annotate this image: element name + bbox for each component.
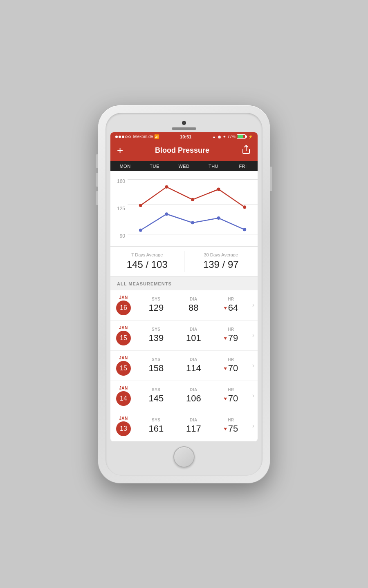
battery-pct: 77%: [227, 134, 236, 139]
hr-value: ♥70: [224, 363, 238, 374]
sys-value: 158: [148, 363, 164, 374]
nav-bar: + Blood Pressure: [110, 141, 258, 161]
chart-svg: [128, 175, 258, 241]
share-icon: [241, 145, 251, 154]
dia-col: DIA 114: [182, 357, 205, 374]
date-circle: 14: [116, 391, 131, 406]
measurement-row[interactable]: JAN 14 SYS 145 DIA 106 HR ♥70 ›: [110, 381, 258, 411]
chart-area: 160 125 90: [110, 171, 258, 246]
sys-value: 139: [148, 333, 164, 343]
sys-col: SYS 139: [145, 327, 167, 343]
section-title: ALL MEASUREMENTS: [117, 281, 172, 286]
date-circle: 16: [116, 301, 131, 315]
day-thu: THU: [199, 164, 228, 169]
day-mon: MON: [110, 164, 140, 169]
screen: Telekom.de 📶 10:51 ▲ ⏰ ✦ 77% ⚡: [110, 132, 258, 441]
charging-icon: ⚡: [248, 135, 253, 139]
status-bar: Telekom.de 📶 10:51 ▲ ⏰ ✦ 77% ⚡: [110, 132, 258, 141]
blue-dot-mon: [139, 228, 142, 232]
sys-col: SYS 145: [145, 388, 167, 404]
hr-label: HR: [228, 327, 234, 332]
measurements-list: JAN 16 SYS 129 DIA 88 HR ♥64 › JAN 15: [110, 290, 258, 441]
dia-value: 88: [188, 303, 198, 313]
y-axis-labels: 160 125 90: [110, 175, 128, 242]
signal-dot-5: [128, 136, 131, 138]
speaker: [172, 127, 196, 130]
status-right: ▲ ⏰ ✦ 77% ⚡: [212, 134, 253, 139]
hr-label: HR: [228, 357, 234, 362]
avg-30-days: 30 Days Average 139 / 97: [184, 251, 258, 272]
chevron-right-icon: ›: [252, 301, 254, 309]
day-tue: TUE: [140, 164, 169, 169]
dia-value: 101: [186, 333, 201, 343]
red-dot-wed: [191, 198, 194, 201]
measurement-row[interactable]: JAN 13 SYS 161 DIA 117 HR ♥75 ›: [110, 411, 258, 441]
measurement-row[interactable]: JAN 15 SYS 139 DIA 101 HR ♥79 ›: [110, 321, 258, 351]
battery-tip: [246, 136, 247, 138]
hr-label: HR: [228, 297, 234, 301]
heart-icon: ♥: [224, 396, 227, 401]
date-month: JAN: [119, 325, 128, 330]
share-button[interactable]: [241, 145, 251, 156]
heart-icon: ♥: [224, 335, 227, 341]
measurements-values: SYS 129 DIA 88 HR ♥64: [137, 297, 250, 313]
heart-icon: ♥: [224, 305, 227, 311]
red-dot-tue: [165, 185, 168, 188]
date-badge: JAN 13: [116, 416, 131, 436]
avg-30-value: 139 / 97: [203, 259, 239, 270]
sys-label: SYS: [152, 327, 161, 332]
day-fri: FRI: [228, 164, 258, 169]
status-left: Telekom.de 📶: [115, 134, 159, 139]
avg-7-label: 7 Days Average: [131, 252, 163, 257]
y-label-160: 160: [114, 178, 125, 184]
sys-value: 145: [148, 393, 164, 404]
phone-top: [110, 118, 258, 132]
date-circle: 15: [116, 361, 131, 376]
phone-inner: Telekom.de 📶 10:51 ▲ ⏰ ✦ 77% ⚡: [105, 113, 263, 476]
dia-col: DIA 101: [182, 327, 205, 343]
alarm-icon: ⏰: [217, 135, 222, 139]
signal-dot-1: [115, 136, 118, 138]
location-icon: ▲: [212, 135, 216, 139]
hr-col: HR ♥70: [220, 357, 242, 374]
avg-7-value: 145 / 103: [127, 259, 168, 270]
dia-label: DIA: [190, 327, 197, 332]
sys-value: 161: [148, 423, 164, 434]
measurement-row[interactable]: JAN 16 SYS 129 DIA 88 HR ♥64 ›: [110, 290, 258, 321]
hr-col: HR ♥70: [220, 388, 242, 404]
measurements-values: SYS 139 DIA 101 HR ♥79: [137, 327, 250, 343]
hr-value: ♥64: [224, 303, 238, 313]
date-badge: JAN 15: [116, 325, 131, 345]
page-title: Blood Pressure: [155, 146, 209, 155]
battery-indicator: [237, 134, 247, 139]
date-badge: JAN 14: [116, 386, 131, 406]
blue-dot-tue: [165, 212, 168, 216]
measurements-values: SYS 161 DIA 117 HR ♥75: [137, 418, 250, 434]
date-month: JAN: [119, 295, 128, 300]
phone-frame: Telekom.de 📶 10:51 ▲ ⏰ ✦ 77% ⚡: [98, 105, 270, 483]
signal-dots: [115, 136, 131, 138]
measurements-values: SYS 158 DIA 114 HR ♥70: [137, 357, 250, 374]
heart-icon: ♥: [224, 426, 227, 432]
hr-col: HR ♥79: [220, 327, 242, 343]
date-badge: JAN 16: [116, 295, 131, 315]
date-circle: 15: [116, 331, 131, 345]
home-button[interactable]: [173, 446, 195, 468]
red-dot-thu: [217, 187, 220, 191]
sys-label: SYS: [152, 357, 161, 362]
red-dot-fri: [243, 205, 246, 209]
day-wed: WED: [169, 164, 199, 169]
blue-dot-thu: [217, 216, 220, 220]
hr-value: ♥75: [224, 423, 238, 434]
add-button[interactable]: +: [117, 145, 123, 156]
dia-label: DIA: [190, 297, 197, 301]
hr-value: ♥70: [224, 393, 238, 404]
date-month: JAN: [119, 386, 128, 390]
hr-col: HR ♥64: [220, 297, 242, 313]
dia-value: 117: [186, 423, 201, 434]
measurement-row[interactable]: JAN 15 SYS 158 DIA 114 HR ♥70 ›: [110, 351, 258, 381]
battery-body: [237, 134, 246, 139]
averages-row: 7 Days Average 145 / 103 30 Days Average…: [110, 246, 258, 276]
chevron-right-icon: ›: [252, 392, 254, 399]
dia-label: DIA: [190, 418, 197, 422]
